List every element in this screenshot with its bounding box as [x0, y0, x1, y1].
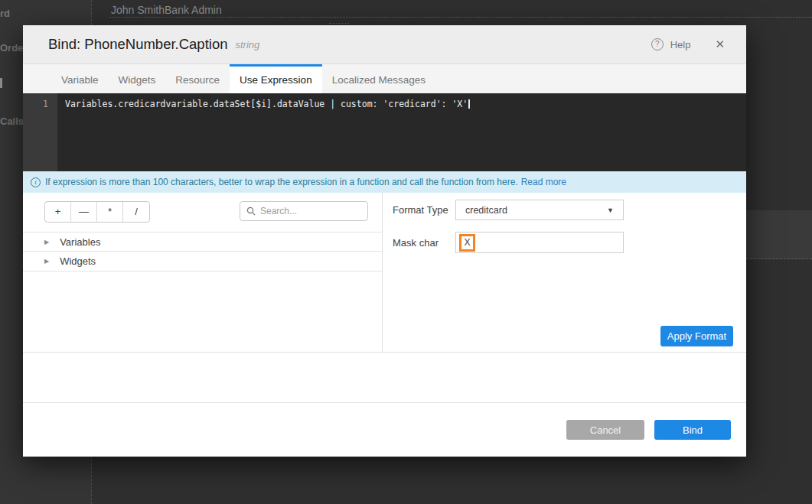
- help-label: Help: [670, 39, 691, 50]
- editor-code-line[interactable]: Variables.credicardvariable.dataSet[$i].…: [57, 93, 746, 171]
- mask-char-token[interactable]: X: [459, 234, 475, 252]
- tab-localized-messages[interactable]: Localized Messages: [322, 64, 435, 93]
- search-box: [240, 201, 368, 221]
- background-right-panel: [746, 210, 812, 259]
- tree-item-widgets[interactable]: ▶ Widgets: [23, 252, 382, 272]
- dialog-footer: Cancel Bind: [23, 403, 746, 457]
- operator-divide-button[interactable]: /: [123, 202, 149, 222]
- chevron-right-icon[interactable]: ▶: [44, 239, 49, 245]
- dialog-body: + — * / ▶ Variables: [23, 193, 746, 352]
- expression-editor[interactable]: 1 Variables.credicardvariable.dataSet[$i…: [23, 93, 746, 171]
- chevron-down-icon: ▼: [607, 206, 614, 214]
- property-type-badge: string: [235, 39, 259, 50]
- app-stage: rd Order Calls John SmithBank Admin Bind…: [0, 0, 812, 504]
- tab-variable[interactable]: Variable: [51, 64, 109, 93]
- format-options-pane: Format Type creditcard ▼ Mask char X App…: [383, 193, 746, 352]
- format-type-value: creditcard: [465, 205, 607, 216]
- format-type-label: Format Type: [393, 204, 448, 216]
- background-dotted-inner: [329, 23, 349, 24]
- tab-use-expression[interactable]: Use Expression: [230, 64, 322, 93]
- help-button[interactable]: ? Help: [651, 38, 691, 50]
- editor-gutter: 1: [23, 93, 57, 171]
- operator-plus-button[interactable]: +: [45, 202, 71, 222]
- binding-source-tree: ▶ Variables ▶ Widgets: [23, 232, 382, 272]
- sidebar-item-calls: Calls: [0, 115, 24, 127]
- expression-builder-pane: + — * / ▶ Variables: [23, 193, 383, 352]
- operator-minus-button[interactable]: —: [71, 202, 97, 222]
- read-more-link[interactable]: Read more: [521, 177, 566, 187]
- info-banner: i If expression is more than 100 charact…: [23, 171, 746, 193]
- operator-button-group: + — * /: [44, 201, 150, 223]
- bind-dialog: Bind: PhoneNumber.Caption string ? Help …: [23, 25, 746, 457]
- help-icon: ?: [651, 38, 664, 50]
- tree-item-variables[interactable]: ▶ Variables: [23, 232, 382, 252]
- background-user-label: John SmithBank Admin: [111, 4, 222, 16]
- apply-format-button[interactable]: Apply Format: [660, 326, 733, 346]
- search-icon: [246, 206, 256, 216]
- dialog-header: Bind: PhoneNumber.Caption string ? Help …: [23, 25, 746, 64]
- info-icon: i: [31, 177, 41, 187]
- operator-multiply-button[interactable]: *: [97, 202, 123, 222]
- mask-char-label: Mask char: [393, 237, 439, 249]
- dialog-tab-bar: Variable Widgets Resource Use Expression…: [23, 64, 746, 93]
- cancel-button[interactable]: Cancel: [566, 420, 644, 440]
- sidebar-item-dashboard-partial: rd: [0, 8, 10, 19]
- tree-item-label: Widgets: [60, 255, 96, 267]
- bind-button[interactable]: Bind: [654, 420, 731, 440]
- tab-resource[interactable]: Resource: [165, 64, 230, 93]
- info-message: If expression is more than 100 character…: [45, 177, 518, 187]
- text-caret: [468, 99, 470, 109]
- tab-widgets[interactable]: Widgets: [109, 64, 166, 93]
- search-input[interactable]: [260, 206, 361, 216]
- format-type-select[interactable]: creditcard ▼: [455, 200, 624, 220]
- sidebar-item-partial-mark: [0, 78, 2, 88]
- line-number: 1: [43, 99, 48, 109]
- close-icon[interactable]: ✕: [715, 37, 725, 51]
- chevron-right-icon[interactable]: ▶: [44, 258, 49, 265]
- tree-item-label: Variables: [60, 236, 100, 248]
- preview-section: [23, 352, 746, 403]
- dialog-title: Bind: PhoneNumber.Caption: [48, 36, 227, 53]
- mask-char-input[interactable]: X: [455, 232, 624, 253]
